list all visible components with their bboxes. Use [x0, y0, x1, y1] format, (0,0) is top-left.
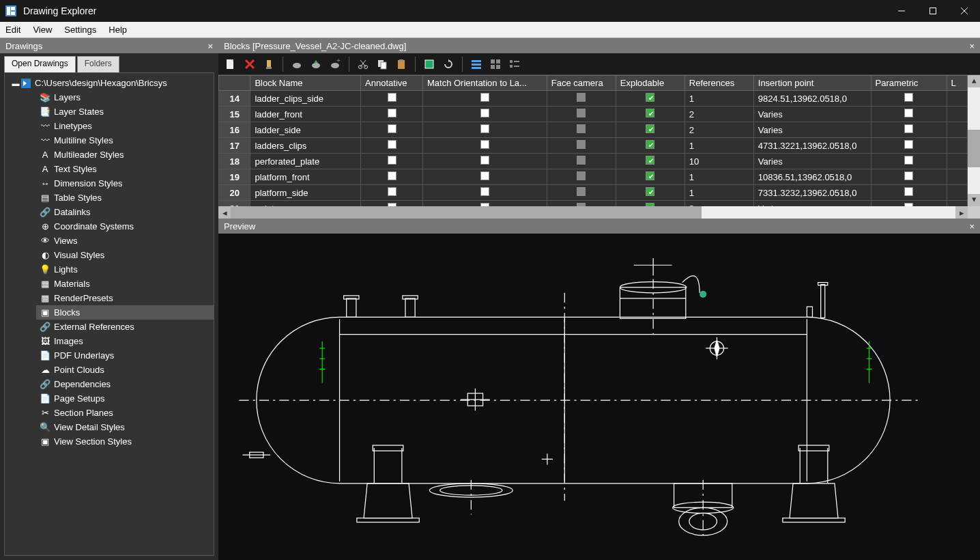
tree-item-blocks[interactable]: ▣Blocks [36, 305, 214, 320]
tree-item-visual-styles[interactable]: ◐Visual Styles [36, 248, 214, 262]
column-header[interactable]: Insertion point [753, 76, 871, 91]
menu-edit[interactable]: Edit [5, 25, 20, 35]
checkbox[interactable] [904, 156, 913, 165]
column-header[interactable]: Match Orientation to La... [422, 76, 547, 91]
checkbox[interactable] [388, 171, 397, 180]
view-list-button[interactable] [506, 56, 523, 72]
add-button[interactable]: + [327, 56, 343, 72]
drawings-panel-close-icon[interactable]: × [207, 41, 213, 51]
copy-button[interactable] [374, 56, 390, 72]
checkbox[interactable] [904, 93, 913, 102]
checkbox[interactable] [577, 124, 586, 133]
blocks-panel-close-icon[interactable]: × [969, 41, 975, 51]
column-header[interactable]: Explodable [616, 76, 684, 91]
checkbox[interactable] [904, 171, 913, 180]
checkbox[interactable] [646, 187, 654, 196]
table-row[interactable]: 20platform_side17331.3232,13962.0518,0 [219, 185, 968, 201]
insert-button[interactable] [289, 56, 305, 72]
checkbox[interactable] [577, 93, 586, 102]
table-row[interactable]: 19platform_front110836.51,13962.0518,0 [219, 169, 968, 185]
tree-item-table-styles[interactable]: ▤Table Styles [36, 191, 214, 205]
checkbox[interactable] [577, 156, 586, 165]
checkbox[interactable] [480, 124, 489, 133]
view-icons-button[interactable] [487, 56, 504, 72]
menu-help[interactable]: Help [109, 25, 127, 35]
column-header[interactable]: References [684, 76, 753, 91]
checkbox[interactable] [646, 171, 654, 180]
checkbox[interactable] [646, 140, 654, 149]
tree-item-images[interactable]: 🖼Images [36, 334, 214, 348]
checkbox[interactable] [480, 187, 489, 196]
close-button[interactable] [949, 0, 980, 22]
preview-viewport[interactable] [218, 234, 980, 560]
minimize-button[interactable] [886, 0, 917, 22]
preview-panel-close-icon[interactable]: × [969, 221, 975, 232]
checkbox[interactable] [904, 187, 913, 196]
tree-item-multiline-styles[interactable]: 〰Multiline Styles [36, 133, 214, 148]
checkbox[interactable] [388, 109, 397, 117]
column-header[interactable]: Parametric [871, 76, 947, 91]
checkbox[interactable] [480, 156, 489, 165]
tree-item-views[interactable]: 👁Views [36, 234, 214, 248]
checkbox[interactable] [577, 187, 586, 196]
tree-item-text-styles[interactable]: AText Styles [36, 162, 214, 176]
tree-item-layer-states[interactable]: 📑Layer States [36, 104, 214, 119]
column-header[interactable] [219, 76, 250, 91]
tree-root-node[interactable]: ▬ C:\Users\design\Hexagon\Bricsys [9, 76, 214, 90]
paste-button[interactable] [393, 56, 409, 72]
refresh-button[interactable] [440, 56, 457, 72]
tree-item-page-setups[interactable]: 📄Page Setups [36, 391, 214, 406]
checkbox[interactable] [480, 93, 489, 102]
table-row[interactable]: 17ladders_clips14731.3221,13962.0518,0 [219, 138, 968, 154]
checkbox[interactable] [388, 140, 397, 149]
tree-item-view-section-styles[interactable]: ▣View Section Styles [36, 434, 214, 449]
view-details-button[interactable] [468, 56, 485, 72]
drawings-tree[interactable]: ▬ C:\Users\design\Hexagon\Bricsys 📚Layer… [4, 72, 214, 556]
tree-item-point-clouds[interactable]: ☁Point Clouds [36, 363, 214, 377]
tree-item-section-planes[interactable]: ✂Section Planes [36, 406, 214, 420]
blocks-grid[interactable]: Block NameAnnotativeMatch Orientation to… [218, 75, 980, 219]
checkbox[interactable] [577, 140, 586, 149]
delete-button[interactable] [242, 56, 258, 72]
table-row[interactable]: 16ladder_side2Varies [219, 122, 968, 138]
tree-item-coordinate-systems[interactable]: ⊕Coordinate Systems [36, 219, 214, 234]
checkbox[interactable] [388, 156, 397, 165]
column-header[interactable]: L [947, 76, 967, 91]
checkbox[interactable] [480, 140, 489, 149]
column-header[interactable]: Face camera [547, 76, 616, 91]
table-row[interactable]: 14ladder_clips_side19824.51,13962.0518,0 [219, 91, 968, 107]
checkbox[interactable] [388, 93, 397, 102]
checkbox[interactable] [904, 109, 913, 117]
tree-item-view-detail-styles[interactable]: 🔍View Detail Styles [36, 420, 214, 434]
grid-horizontal-scrollbar[interactable]: ◂ ▸ [218, 206, 980, 219]
checkbox[interactable] [480, 171, 489, 180]
tree-item-datalinks[interactable]: 🔗Datalinks [36, 205, 214, 219]
purge-button[interactable] [261, 56, 277, 72]
checkbox[interactable] [904, 124, 913, 133]
table-row[interactable]: 21point3Varies [219, 201, 968, 207]
tree-item-external-references[interactable]: 🔗External References [36, 320, 214, 334]
tree-item-renderpresets[interactable]: ▦RenderPresets [36, 291, 214, 305]
checkbox[interactable] [388, 187, 397, 196]
tree-item-linetypes[interactable]: 〰Linetypes [36, 119, 214, 133]
options-button[interactable] [421, 56, 437, 72]
checkbox[interactable] [577, 171, 586, 180]
tree-item-pdf-underlays[interactable]: 📄PDF Underlays [36, 348, 214, 363]
collapse-icon[interactable]: ▬ [12, 79, 20, 87]
menu-view[interactable]: View [33, 25, 52, 35]
maximize-button[interactable] [917, 0, 949, 22]
grid-vertical-scrollbar[interactable]: ▴ ▾ [968, 75, 980, 206]
tree-item-dependencies[interactable]: 🔗Dependencies [36, 377, 214, 391]
save-button[interactable] [308, 56, 324, 72]
cut-button[interactable] [355, 56, 371, 72]
checkbox[interactable] [388, 124, 397, 133]
new-button[interactable] [222, 56, 239, 72]
checkbox[interactable] [480, 109, 489, 117]
column-header[interactable]: Block Name [250, 76, 361, 91]
checkbox[interactable] [904, 140, 913, 149]
tree-item-materials[interactable]: ▦Materials [36, 277, 214, 291]
checkbox[interactable] [646, 109, 654, 117]
table-row[interactable]: 15ladder_front2Varies [219, 107, 968, 122]
tree-item-dimension-styles[interactable]: ↔Dimension Styles [36, 176, 214, 191]
checkbox[interactable] [577, 109, 586, 117]
